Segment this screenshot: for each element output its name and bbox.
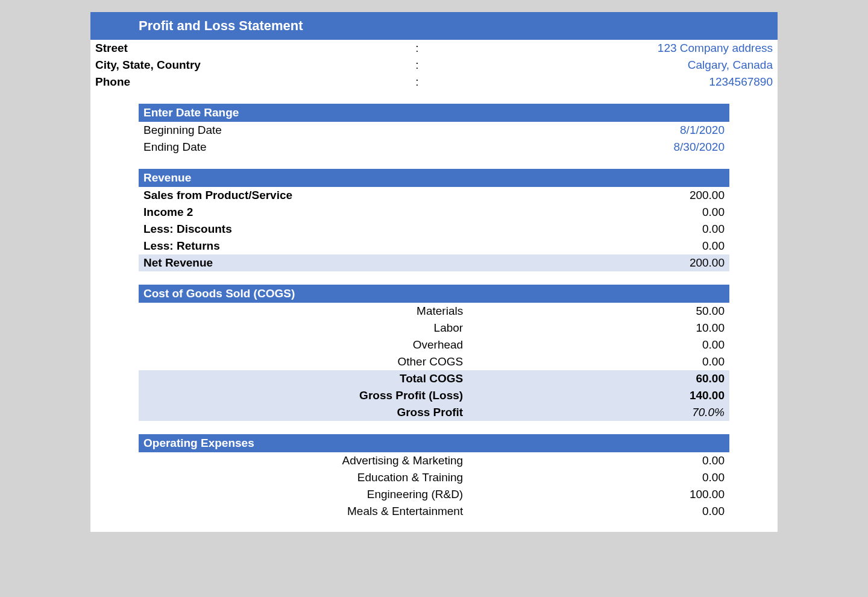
income2-value: 0.00 [434, 206, 725, 219]
city-label: City, State, Country [95, 58, 400, 72]
revenue-section: Sales from Product/Service 200.00 Income… [90, 187, 778, 271]
income2-label: Income 2 [143, 206, 405, 219]
phone-label: Phone [95, 75, 400, 89]
discounts-row: Less: Discounts 0.00 [139, 221, 729, 238]
cogs-section: Materials 50.00 Labor 10.00 Overhead 0.0… [90, 303, 778, 421]
begin-date-value: 8/1/2020 [434, 124, 725, 137]
materials-value: 50.00 [463, 305, 725, 318]
begin-date-label: Beginning Date [143, 124, 405, 137]
total-cogs-row: Total COGS 60.00 [139, 370, 729, 387]
sales-value: 200.00 [434, 189, 725, 202]
date-range-header: Enter Date Range [139, 104, 729, 122]
engineering-value: 100.00 [463, 488, 725, 501]
document-title: Profit and Loss Statement [90, 12, 778, 40]
advertising-label: Advertising & Marketing [143, 454, 463, 467]
returns-value: 0.00 [434, 239, 725, 253]
city-value: Calgary, Canada [434, 58, 773, 72]
education-row: Education & Training 0.00 [139, 469, 729, 486]
engineering-label: Engineering (R&D) [143, 488, 463, 501]
document: Profit and Loss Statement Street : 123 C… [90, 12, 778, 532]
materials-row: Materials 50.00 [139, 303, 729, 320]
net-revenue-label: Net Revenue [143, 256, 405, 270]
total-cogs-value: 60.00 [463, 372, 725, 385]
company-street-row: Street : 123 Company address [90, 40, 778, 57]
overhead-label: Overhead [143, 338, 463, 352]
street-value: 123 Company address [434, 42, 773, 55]
end-date-value: 8/30/2020 [434, 141, 725, 154]
returns-label: Less: Returns [143, 239, 405, 253]
colon: : [400, 42, 434, 55]
overhead-value: 0.00 [463, 338, 725, 352]
discounts-label: Less: Discounts [143, 223, 405, 236]
education-label: Education & Training [143, 471, 463, 484]
sales-row: Sales from Product/Service 200.00 [139, 187, 729, 204]
opex-header: Operating Expenses [139, 434, 729, 452]
phone-value: 1234567890 [434, 75, 773, 89]
net-revenue-row: Net Revenue 200.00 [139, 254, 729, 271]
colon: : [400, 75, 434, 89]
meals-label: Meals & Entertainment [143, 505, 463, 518]
date-range-section: Beginning Date 8/1/2020 Ending Date 8/30… [90, 122, 778, 156]
end-date-row: Ending Date 8/30/2020 [139, 139, 729, 156]
begin-date-row: Beginning Date 8/1/2020 [139, 122, 729, 139]
net-revenue-value: 200.00 [434, 256, 725, 270]
discounts-value: 0.00 [434, 223, 725, 236]
opex-section: Advertising & Marketing 0.00 Education &… [90, 452, 778, 520]
materials-label: Materials [143, 305, 463, 318]
education-value: 0.00 [463, 471, 725, 484]
engineering-row: Engineering (R&D) 100.00 [139, 486, 729, 503]
company-city-row: City, State, Country : Calgary, Canada [90, 57, 778, 74]
cogs-header: Cost of Goods Sold (COGS) [139, 285, 729, 303]
gross-profit-loss-row: Gross Profit (Loss) 140.00 [139, 387, 729, 404]
overhead-row: Overhead 0.00 [139, 336, 729, 353]
end-date-label: Ending Date [143, 141, 405, 154]
sales-label: Sales from Product/Service [143, 189, 405, 202]
advertising-value: 0.00 [463, 454, 725, 467]
gross-profit-value: 70.0% [463, 406, 725, 419]
company-info-section: Street : 123 Company address City, State… [90, 40, 778, 90]
gross-profit-loss-value: 140.00 [463, 389, 725, 402]
meals-value: 0.00 [463, 505, 725, 518]
gross-profit-row: Gross Profit 70.0% [139, 404, 729, 421]
company-phone-row: Phone : 1234567890 [90, 74, 778, 90]
other-cogs-label: Other COGS [143, 355, 463, 368]
total-cogs-label: Total COGS [143, 372, 463, 385]
street-label: Street [95, 42, 400, 55]
income2-row: Income 2 0.00 [139, 204, 729, 221]
meals-row: Meals & Entertainment 0.00 [139, 503, 729, 520]
gross-profit-label: Gross Profit [143, 406, 463, 419]
returns-row: Less: Returns 0.00 [139, 238, 729, 254]
other-cogs-value: 0.00 [463, 355, 725, 368]
labor-label: Labor [143, 321, 463, 335]
labor-value: 10.00 [463, 321, 725, 335]
gross-profit-loss-label: Gross Profit (Loss) [143, 389, 463, 402]
revenue-header: Revenue [139, 169, 729, 187]
other-cogs-row: Other COGS 0.00 [139, 353, 729, 370]
advertising-row: Advertising & Marketing 0.00 [139, 452, 729, 469]
colon: : [400, 58, 434, 72]
labor-row: Labor 10.00 [139, 320, 729, 336]
